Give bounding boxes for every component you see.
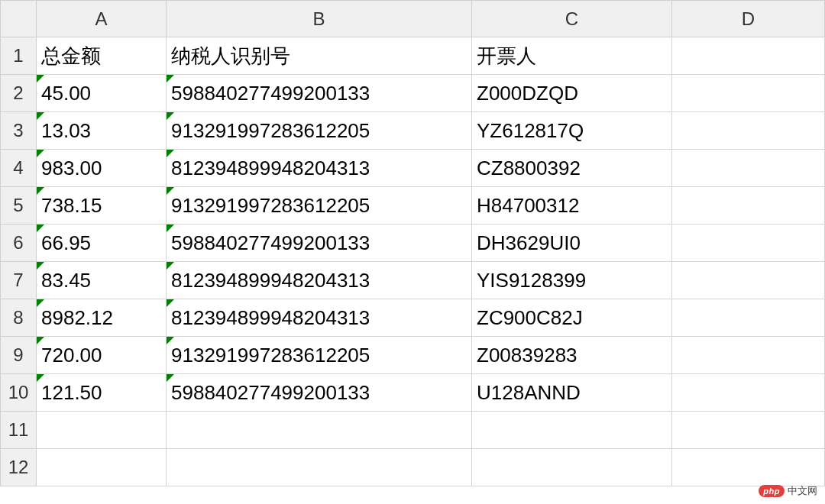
cell-A12[interactable] [37,449,167,486]
cell-D3[interactable] [672,112,825,150]
row-header-8[interactable]: 8 [0,299,37,337]
cell-B5[interactable]: 913291997283612205 [167,187,472,225]
row-header-4[interactable]: 4 [0,150,37,187]
cell-C8[interactable]: ZC900C82J [472,299,672,337]
cell-B1[interactable]: 纳税人识别号 [167,37,472,75]
cell-C7[interactable]: YIS9128399 [472,262,672,299]
cell-C5[interactable]: H84700312 [472,187,672,225]
cell-B12[interactable] [167,449,472,486]
cell-D9[interactable] [672,337,825,374]
cell-D7[interactable] [672,262,825,299]
cell-D8[interactable] [672,299,825,337]
watermark-text: 中文网 [788,484,817,498]
cell-C3[interactable]: YZ612817Q [472,112,672,150]
cell-A3[interactable]: 13.03 [37,112,167,150]
col-header-A[interactable]: A [37,0,167,37]
cell-B7[interactable]: 812394899948204313 [167,262,472,299]
cell-B2[interactable]: 598840277499200133 [167,75,472,112]
cell-D2[interactable] [672,75,825,112]
watermark: php 中文网 [759,484,817,498]
cell-C11[interactable] [472,412,672,449]
spreadsheet-grid[interactable]: A B C D 1 总金额 纳税人识别号 开票人 2 45.00 5988402… [0,0,825,486]
cell-D4[interactable] [672,150,825,187]
cell-B9[interactable]: 913291997283612205 [167,337,472,374]
row-header-2[interactable]: 2 [0,75,37,112]
row-header-1[interactable]: 1 [0,37,37,75]
cell-A6[interactable]: 66.95 [37,225,167,262]
cell-B10[interactable]: 598840277499200133 [167,374,472,412]
cell-A9[interactable]: 720.00 [37,337,167,374]
cell-C2[interactable]: Z000DZQD [472,75,672,112]
cell-B11[interactable] [167,412,472,449]
cell-D5[interactable] [672,187,825,225]
cell-B6[interactable]: 598840277499200133 [167,225,472,262]
cell-D6[interactable] [672,225,825,262]
cell-C1[interactable]: 开票人 [472,37,672,75]
cell-C12[interactable] [472,449,672,486]
cell-B4[interactable]: 812394899948204313 [167,150,472,187]
cell-A8[interactable]: 8982.12 [37,299,167,337]
cell-C10[interactable]: U128ANND [472,374,672,412]
cell-D11[interactable] [672,412,825,449]
cell-A10[interactable]: 121.50 [37,374,167,412]
select-all-corner[interactable] [0,0,37,37]
cell-A1[interactable]: 总金额 [37,37,167,75]
row-header-11[interactable]: 11 [0,412,37,449]
watermark-badge: php [759,485,785,497]
cell-C9[interactable]: Z00839283 [472,337,672,374]
row-header-10[interactable]: 10 [0,374,37,412]
row-header-9[interactable]: 9 [0,337,37,374]
cell-C4[interactable]: CZ8800392 [472,150,672,187]
row-header-6[interactable]: 6 [0,225,37,262]
col-header-B[interactable]: B [167,0,472,37]
row-header-3[interactable]: 3 [0,112,37,150]
cell-A2[interactable]: 45.00 [37,75,167,112]
cell-D10[interactable] [672,374,825,412]
cell-A5[interactable]: 738.15 [37,187,167,225]
col-header-D[interactable]: D [672,0,825,37]
cell-A4[interactable]: 983.00 [37,150,167,187]
row-header-5[interactable]: 5 [0,187,37,225]
cell-D1[interactable] [672,37,825,75]
cell-C6[interactable]: DH3629UI0 [472,225,672,262]
cell-B3[interactable]: 913291997283612205 [167,112,472,150]
cell-A11[interactable] [37,412,167,449]
row-header-7[interactable]: 7 [0,262,37,299]
cell-A7[interactable]: 83.45 [37,262,167,299]
col-header-C[interactable]: C [472,0,672,37]
cell-D12[interactable] [672,449,825,486]
cell-B8[interactable]: 812394899948204313 [167,299,472,337]
row-header-12[interactable]: 12 [0,449,37,486]
